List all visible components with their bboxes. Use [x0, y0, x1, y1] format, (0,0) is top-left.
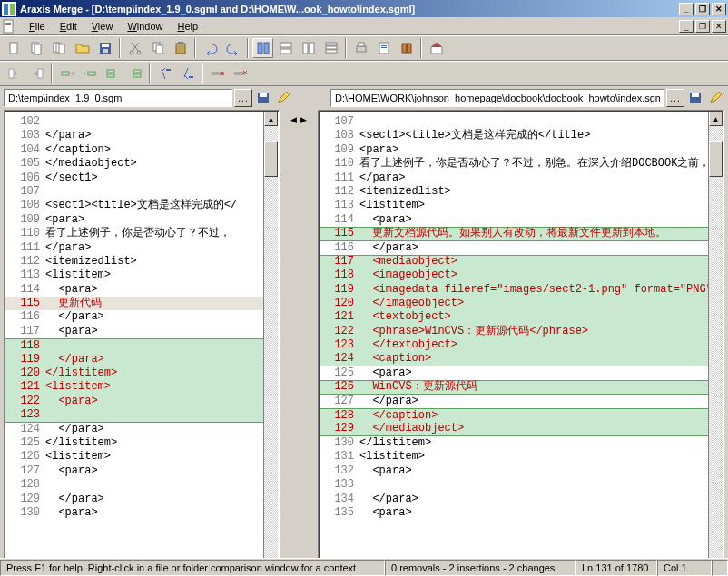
- code-line[interactable]: 106</sect1>: [5, 171, 278, 185]
- code-line[interactable]: 124 </para>: [5, 423, 278, 436]
- left-vscroll[interactable]: ▲▼: [263, 112, 278, 576]
- menu-help[interactable]: Help: [171, 19, 206, 34]
- code-line[interactable]: 115 更新文档源代码。如果别人有改动，将最新文件更新到本地。◂◂: [320, 227, 723, 240]
- right-vscroll[interactable]: ▲▼: [708, 112, 723, 576]
- code-line[interactable]: 122 <para>: [5, 395, 278, 408]
- menu-view[interactable]: View: [84, 19, 121, 34]
- code-line[interactable]: 112<itemizedlist>: [320, 185, 723, 199]
- code-line[interactable]: 114 <para>: [5, 283, 278, 297]
- code-line[interactable]: 110看了上述例子，你是否动心了？不过，: [5, 227, 278, 240]
- left-code[interactable]: 102103</para>104</caption>105</mediaobje…: [5, 112, 278, 576]
- code-line[interactable]: 108<sect1><title>文档是这样完成的</: [5, 199, 278, 212]
- code-line[interactable]: 134 </para>: [320, 493, 723, 506]
- code-line[interactable]: 113<listitem>: [320, 199, 723, 212]
- code-line[interactable]: 105</mediaobject>: [5, 157, 278, 171]
- code-line[interactable]: 130 <para>: [5, 506, 278, 520]
- paste-button[interactable]: [170, 38, 191, 58]
- code-line[interactable]: 125</listitem>: [5, 436, 278, 450]
- code-line[interactable]: 121 <textobject>: [320, 310, 723, 324]
- code-line[interactable]: 107: [5, 185, 278, 199]
- save-button[interactable]: [94, 38, 115, 58]
- maximize-button[interactable]: ❐: [695, 3, 710, 15]
- code-line[interactable]: 120 </imageobject>: [320, 297, 723, 310]
- left-browse-button[interactable]: ...: [234, 89, 252, 107]
- mdi-restore-button[interactable]: ❐: [695, 20, 710, 33]
- mdi-minimize-button[interactable]: _: [679, 20, 694, 33]
- code-line[interactable]: 126 WinCVS：更新源代码: [320, 380, 723, 394]
- code-line[interactable]: 132 <para>: [320, 464, 723, 478]
- code-line[interactable]: 107: [320, 115, 723, 129]
- mdi-close-button[interactable]: ✕: [712, 20, 726, 33]
- code-line[interactable]: 111</para>: [5, 241, 278, 255]
- code-line[interactable]: 118 <imageobject>: [320, 268, 723, 282]
- code-line[interactable]: 110看了上述例子，你是否动心了？不过，别急。在深入介绍DOCBOOK之前，: [320, 157, 723, 171]
- code-line[interactable]: 124 <caption>: [320, 353, 723, 366]
- cut-button[interactable]: [124, 38, 145, 58]
- right-path-input[interactable]: [330, 89, 664, 107]
- right-code[interactable]: 107108<sect1><title>文档是这样完成的</title>109<…: [320, 112, 723, 576]
- code-line[interactable]: 125 <para>: [320, 366, 723, 380]
- code-line[interactable]: 122 <phrase>WinCVS：更新源代码</phrase>: [320, 325, 723, 338]
- code-line[interactable]: 114 <para>: [320, 213, 723, 227]
- insert-left-button[interactable]: [102, 63, 123, 83]
- close-button[interactable]: ✕: [712, 3, 726, 15]
- book-button[interactable]: [396, 38, 417, 58]
- next-diff-button[interactable]: [177, 63, 198, 83]
- right-browse-button[interactable]: ...: [666, 89, 684, 107]
- view-linked-button[interactable]: [298, 38, 319, 58]
- left-path-input[interactable]: [4, 89, 232, 107]
- print-button[interactable]: [350, 38, 371, 58]
- new-button[interactable]: [4, 38, 25, 58]
- code-line[interactable]: 127 </para>: [320, 395, 723, 408]
- view-vertical-button[interactable]: [252, 38, 273, 58]
- home-button[interactable]: [426, 38, 447, 58]
- left-save-icon[interactable]: [254, 89, 272, 107]
- code-line[interactable]: 116 </para>: [320, 241, 723, 255]
- redo-button[interactable]: [222, 38, 243, 58]
- code-line[interactable]: 120</listitem>: [5, 366, 278, 380]
- right-save-icon[interactable]: [686, 89, 704, 107]
- code-line[interactable]: 128: [5, 478, 278, 492]
- code-line[interactable]: 104</caption>: [5, 143, 278, 157]
- code-line[interactable]: 115 更新代码▸▸: [5, 297, 278, 310]
- code-line[interactable]: 119 </para>: [5, 353, 278, 366]
- code-line[interactable]: 131<listitem>: [320, 450, 723, 464]
- code-line[interactable]: 117 <mediaobject>: [320, 255, 723, 268]
- menu-window[interactable]: Window: [120, 19, 170, 34]
- replace-left-button[interactable]: [56, 63, 77, 83]
- minimize-button[interactable]: _: [679, 3, 694, 15]
- undo-button[interactable]: [200, 38, 221, 58]
- code-line[interactable]: 117 <para>: [5, 325, 278, 338]
- code-line[interactable]: 129 </mediaobject>: [320, 423, 723, 436]
- merge-left-button[interactable]: [4, 63, 25, 83]
- view-stacked-button[interactable]: [320, 38, 341, 58]
- report-button[interactable]: [373, 38, 394, 58]
- code-line[interactable]: 135 <para>: [320, 506, 723, 520]
- merge-right-button[interactable]: [26, 63, 47, 83]
- code-line[interactable]: 116 </para>: [5, 310, 278, 324]
- code-line[interactable]: 108<sect1><title>文档是这样完成的</title>: [320, 129, 723, 142]
- code-line[interactable]: 109<para>: [320, 143, 723, 157]
- left-edit-icon[interactable]: [274, 89, 292, 107]
- code-line[interactable]: 126<listitem>: [5, 450, 278, 464]
- clear-bookmark-button[interactable]: [230, 63, 251, 83]
- folder-compare-button[interactable]: [72, 38, 93, 58]
- menu-edit[interactable]: Edit: [53, 19, 84, 34]
- code-line[interactable]: 119 <imagedata fileref="images/sect2-1.p…: [320, 283, 723, 297]
- right-edit-icon[interactable]: [706, 89, 724, 107]
- code-line[interactable]: 121<listitem>: [5, 380, 278, 394]
- code-line[interactable]: 127 <para>: [5, 464, 278, 478]
- new3-button[interactable]: [49, 38, 70, 58]
- code-line[interactable]: 112<itemizedlist>: [5, 255, 278, 268]
- code-line[interactable]: 103</para>: [5, 129, 278, 142]
- code-line[interactable]: 118: [5, 338, 278, 352]
- code-line[interactable]: 113<listitem>: [5, 268, 278, 282]
- nav-right-icon[interactable]: ▶: [300, 115, 307, 124]
- code-line[interactable]: 129 </para>: [5, 493, 278, 506]
- menu-file[interactable]: File: [22, 19, 53, 34]
- copy-button[interactable]: [147, 38, 168, 58]
- nav-left-icon[interactable]: ◀: [290, 115, 297, 124]
- code-line[interactable]: 102: [5, 115, 278, 129]
- code-line[interactable]: 111</para>: [320, 171, 723, 185]
- code-line[interactable]: 123 </textobject>: [320, 338, 723, 352]
